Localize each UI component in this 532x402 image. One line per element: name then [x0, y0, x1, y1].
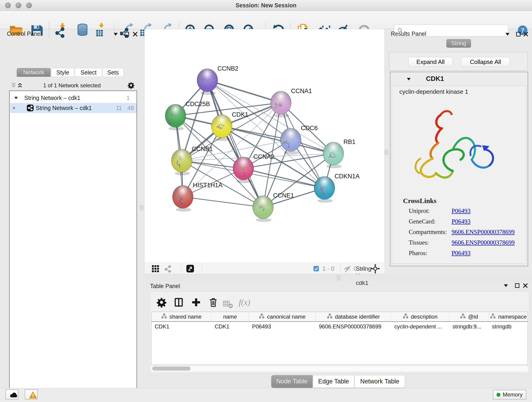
column-header-description[interactable]: description — [391, 312, 449, 321]
memory-button[interactable]: Memory — [493, 390, 526, 400]
column-label: @id — [468, 313, 478, 320]
table-cell[interactable]: 9606.ENSP00000378699 — [316, 322, 391, 332]
table-cell[interactable]: CDK1 — [211, 322, 249, 332]
collection-count: 1 — [127, 95, 130, 101]
crosslink-link[interactable]: P06493 — [452, 207, 471, 215]
network-node-CDKN1A — [314, 177, 335, 203]
column-header-database-identifier[interactable]: database identifier — [316, 312, 391, 321]
delete-column-icon[interactable] — [208, 297, 219, 307]
horizontal-splitter[interactable] — [145, 274, 532, 281]
node-label-CDC6: CDC6 — [301, 125, 318, 132]
column-header--id[interactable]: @id — [449, 312, 489, 321]
expand-all-button[interactable]: Expand All — [408, 57, 453, 67]
network-graph[interactable]: CCNB2CCNA1CDC25BCDK1CDC6RB1CCNB1CCNA2CDK… — [145, 29, 385, 263]
column-label: canonical name — [267, 313, 305, 320]
network-row-selected[interactable]: String Network – cdk1 11 48 — [10, 103, 137, 113]
table-gear-icon[interactable] — [156, 297, 167, 307]
tab-edge-table[interactable]: Edge Table — [313, 375, 354, 388]
table-cell[interactable]: stringdb:9... — [449, 322, 489, 332]
scrollbar-thumb[interactable] — [152, 366, 191, 370]
crosslink-row: Tissues:9606.ENSP00000378699 — [409, 239, 523, 249]
crosslinks-title: CrossLinks — [403, 197, 437, 205]
grid-view-icon[interactable] — [151, 264, 159, 273]
network-view-toolbar: String Network – cdk1 1 - 0 0 - 0 — [145, 263, 385, 274]
node-label-CDC25B: CDC25B — [186, 101, 210, 108]
selected-checkbox-icon[interactable] — [313, 265, 320, 272]
table-cell[interactable]: cyclin-dependent ... — [391, 322, 449, 332]
panel-menu-caret-icon[interactable] — [505, 31, 510, 37]
column-header-shared-name[interactable]: shared name — [152, 312, 211, 321]
title-bar: Session: New Session — [0, 0, 532, 11]
main-toolbar: ? — [0, 11, 532, 29]
panel-float-icon[interactable] — [514, 283, 520, 288]
status-bar: Memory — [0, 388, 532, 402]
crosslink-label: Pharos: — [409, 249, 427, 257]
column-header-canonical-name[interactable]: canonical name — [249, 312, 316, 321]
tab-style[interactable]: Style — [51, 68, 75, 77]
crosslink-row: Pharos:P06493 — [409, 249, 523, 260]
application-window: Session: New Session ? Control Panel Net… — [0, 0, 532, 402]
warnings-button[interactable] — [25, 389, 38, 400]
network-row-label: String Network – cdk1 — [36, 105, 92, 111]
crosslink-link[interactable]: 9606.ENSP00000378699 — [452, 229, 515, 236]
crosslink-row: GeneCard:P06493 — [409, 218, 523, 228]
table-horizontal-scrollbar[interactable] — [152, 366, 527, 371]
fit-crosshair-icon[interactable] — [370, 264, 380, 274]
hierarchy-icon — [327, 313, 333, 320]
panel-menu-caret-icon[interactable] — [113, 31, 119, 37]
network-collection-label: String Network – cdk1 — [24, 95, 80, 101]
panel-menu-caret-icon[interactable] — [503, 283, 509, 288]
results-panel-title: Results Panel — [391, 31, 426, 37]
protein-structure-image — [405, 106, 499, 196]
left-splitter-handle[interactable] — [140, 205, 143, 211]
column-label: name — [223, 313, 237, 320]
crosslink-label: GeneCard: — [409, 218, 436, 225]
tab-node-table[interactable]: Node Table — [271, 375, 312, 388]
table-cell[interactable]: P06493 — [249, 322, 316, 332]
share-network-icon[interactable] — [164, 264, 172, 273]
network-node-CCNB1 — [171, 149, 192, 175]
table-cell[interactable]: CDK1 — [152, 322, 211, 332]
add-column-icon[interactable] — [191, 297, 201, 307]
network-collection-row[interactable]: String Network – cdk1 1 — [10, 93, 137, 103]
tab-string[interactable]: String — [446, 39, 471, 48]
panel-float-icon[interactable] — [124, 31, 130, 37]
cloud-button[interactable] — [5, 389, 18, 400]
tree-expander-caret-icon[interactable] — [13, 95, 19, 100]
open-in-window-icon[interactable] — [186, 264, 195, 273]
panel-float-icon[interactable] — [515, 31, 521, 37]
collapse-all-button[interactable]: Collapse All — [462, 57, 510, 67]
network-node-count: 11 — [116, 105, 122, 111]
network-tree: String Network – cdk1 1 String Network –… — [9, 90, 137, 402]
node-label-CCNB1: CCNB1 — [192, 146, 213, 153]
panel-close-icon[interactable] — [522, 283, 528, 288]
results-controls: Expand All Collapse All — [389, 52, 528, 70]
node-table[interactable]: shared namenamecanonical namedatabase id… — [151, 312, 528, 365]
column-header-namespace[interactable]: namespace — [489, 312, 528, 321]
crosslink-link[interactable]: P06493 — [452, 218, 471, 225]
table-cell[interactable]: stringdb — [489, 322, 528, 332]
hidden-eye-icon[interactable] — [344, 265, 352, 273]
crosslink-label: Tissues: — [409, 239, 429, 246]
tab-network-table[interactable]: Network Table — [355, 375, 405, 388]
tab-network[interactable]: Network — [17, 68, 51, 77]
network-options-gear-icon[interactable] — [127, 82, 135, 89]
column-header-name[interactable]: name — [211, 312, 249, 321]
tab-select[interactable]: Select — [75, 68, 102, 77]
node-label-HIST1H1A: HIST1H1A — [193, 182, 222, 189]
network-view-canvas[interactable]: CCNB2CCNA1CDC25BCDK1CDC6RB1CCNB1CCNA2CDK… — [145, 29, 385, 263]
gene-symbol: CDK1 — [426, 75, 444, 83]
panel-close-icon[interactable] — [523, 31, 529, 37]
network-node-CCNE1 — [253, 196, 273, 222]
network-selection-bar: 1 of 1 Network selected — [8, 80, 136, 90]
crosslink-row: Uniprot:P06493 — [409, 207, 523, 218]
crosslink-link[interactable]: 9606.ENSP00000378699 — [452, 239, 515, 246]
network-edge-count: 48 — [127, 105, 134, 111]
crosslink-link[interactable]: P06493 — [452, 249, 471, 257]
gene-section-caret-icon[interactable] — [406, 76, 412, 82]
panel-close-icon[interactable] — [132, 31, 138, 37]
tab-sets[interactable]: Sets — [103, 68, 123, 77]
table-columns-icon[interactable] — [173, 297, 184, 307]
splitter-handle[interactable] — [337, 275, 340, 281]
column-label: namespace — [498, 313, 526, 320]
